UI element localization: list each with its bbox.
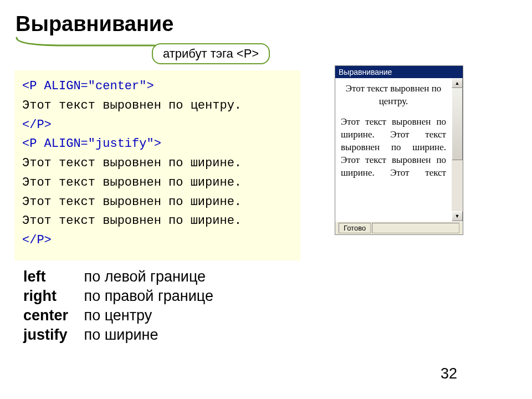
alignment-values-list: left по левой границе right по правой гр… [23,268,213,346]
status-spacer [372,223,459,233]
align-key-center: center [23,307,80,324]
scroll-down-icon[interactable]: ▼ [452,211,463,221]
slide-title: Выравнивание [16,12,173,36]
list-item: right по правой границе [23,288,213,305]
code-line: <P ALIGN="center"> [22,79,154,93]
status-text: Готово [339,223,371,233]
code-line: Этот текст выровнен по ширине. [22,156,242,170]
list-item: center по центру [23,307,213,324]
scroll-track[interactable] [452,88,463,211]
code-line: <P ALIGN="justify"> [22,137,161,151]
align-desc: по центру [84,307,152,324]
scrollbar[interactable]: ▲ ▼ [452,78,463,221]
code-line: </P> [22,233,52,247]
page-number: 32 [441,365,457,382]
browser-titlebar: Выравнивание [335,66,463,78]
browser-content: Этот текст выровнен по центру. Этот текс… [335,78,452,221]
list-item: justify по ширине [23,326,213,344]
code-block: <P ALIGN="center"> Этот текст выровнен п… [14,70,300,260]
align-key-left: left [23,268,80,285]
code-line: Этот текст выровнен по ширине. [22,195,242,209]
browser-statusbar: Готово [335,221,463,234]
align-desc: по правой границе [84,288,213,304]
list-item: left по левой границе [23,268,213,285]
code-line: </P> [22,118,52,132]
centered-paragraph: Этот текст выровнен по центру. [341,83,446,108]
align-desc: по левой границе [84,268,206,285]
code-line: Этот текст выровнен по центру. [22,99,242,112]
scroll-up-icon[interactable]: ▲ [452,78,463,88]
code-line: Этот текст выровнен по ширине. [22,176,242,190]
attribute-callout: атрибут тэга <P> [152,43,270,64]
browser-title: Выравнивание [339,68,392,76]
justified-paragraph: Этот текст выровнен по ширине. Этот текс… [341,116,446,180]
align-key-right: right [23,288,80,305]
align-desc: по ширине [84,326,158,343]
code-line: Этот текст выровнен по ширине. [22,214,242,228]
align-key-justify: justify [23,326,80,344]
scroll-thumb[interactable] [452,88,463,160]
browser-preview: Выравнивание Этот текст выровнен по цент… [335,65,463,235]
